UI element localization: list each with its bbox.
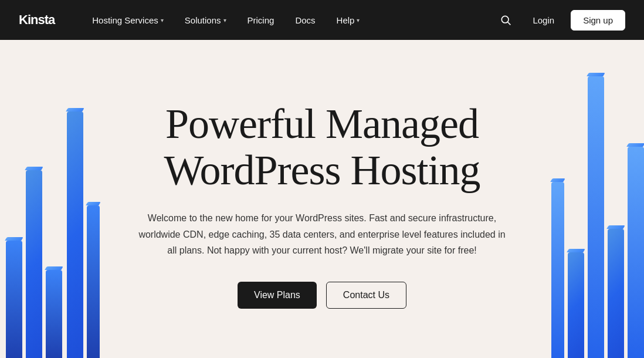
nav-solutions[interactable]: Solutions ▾: [175, 11, 236, 30]
search-icon: [500, 14, 511, 26]
nav-help[interactable]: Help ▾: [327, 11, 370, 30]
nav-docs[interactable]: Docs: [286, 11, 324, 30]
svg-point-0: [502, 16, 509, 23]
contact-us-button[interactable]: Contact Us: [326, 282, 406, 309]
block: [67, 112, 83, 358]
block: [26, 170, 42, 358]
block: [588, 76, 604, 358]
view-plans-button[interactable]: View Plans: [238, 282, 317, 309]
decorative-blocks-left: [0, 40, 76, 358]
chevron-down-icon: ▾: [357, 17, 360, 23]
nav-pricing[interactable]: Pricing: [238, 11, 284, 30]
block: [87, 205, 100, 358]
hero-content: Powerful Managed WordPress Hosting Welco…: [123, 66, 521, 332]
hero-subtitle: Welcome to the new home for your WordPre…: [134, 210, 510, 258]
block: [46, 270, 62, 358]
navbar: Kinsta Hosting Services ▾ Solutions ▾ Pr…: [0, 0, 644, 40]
svg-line-1: [508, 22, 511, 25]
chevron-down-icon: ▾: [161, 17, 164, 23]
block: [6, 241, 22, 358]
hero-buttons: View Plans Contact Us: [134, 282, 510, 309]
decorative-blocks-right: [568, 40, 644, 358]
navbar-actions: Login Sign up: [495, 9, 625, 31]
block: [608, 229, 624, 358]
logo-text: Kinsta: [19, 12, 55, 27]
left-block-group: [0, 112, 100, 358]
signup-button[interactable]: Sign up: [571, 10, 625, 31]
hero-title: Powerful Managed WordPress Hosting: [134, 101, 510, 194]
nav-hosting-services[interactable]: Hosting Services ▾: [83, 11, 173, 30]
block: [628, 147, 644, 358]
logo[interactable]: Kinsta: [19, 12, 55, 28]
right-block-group: [551, 76, 644, 358]
nav-menu: Hosting Services ▾ Solutions ▾ Pricing D…: [83, 11, 495, 30]
search-button[interactable]: [495, 9, 516, 31]
block: [568, 252, 584, 358]
hero-section: Powerful Managed WordPress Hosting Welco…: [0, 40, 644, 358]
block: [551, 182, 564, 358]
chevron-down-icon: ▾: [223, 17, 226, 23]
login-button[interactable]: Login: [526, 11, 561, 30]
